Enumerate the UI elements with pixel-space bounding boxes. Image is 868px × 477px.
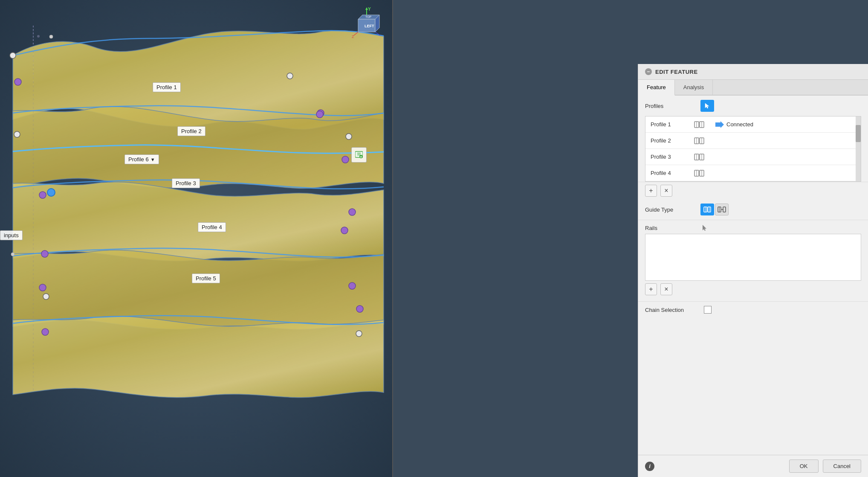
nav-cube[interactable]: Y LEFT TOP Z xyxy=(350,6,384,41)
svg-point-20 xyxy=(43,294,49,300)
profiles-select-button[interactable] xyxy=(700,100,714,112)
profile-2-name: Profile 2 xyxy=(651,137,693,144)
svg-point-4 xyxy=(287,73,293,79)
svg-text:Y: Y xyxy=(368,7,371,12)
svg-marker-48 xyxy=(715,121,724,128)
tab-feature[interactable]: Feature xyxy=(638,80,675,96)
profile4-label: Profile 4 xyxy=(198,222,226,232)
svg-point-17 xyxy=(349,282,356,289)
tab-analysis[interactable]: Analysis xyxy=(675,80,713,95)
svg-text:TOP: TOP xyxy=(365,15,372,18)
svg-marker-43 xyxy=(705,103,709,108)
rails-action-row: + × xyxy=(638,281,868,298)
profile-row-3[interactable]: Profile 3 xyxy=(645,149,861,165)
panel-collapse-icon[interactable]: − xyxy=(645,68,652,75)
svg-point-13 xyxy=(349,209,356,215)
svg-point-18 xyxy=(356,305,363,312)
edit-feature-panel: − EDIT FEATURE Feature Analysis Profiles xyxy=(638,64,868,477)
profile-1-icon xyxy=(693,120,705,129)
svg-point-11 xyxy=(47,189,55,196)
svg-point-19 xyxy=(356,331,362,337)
svg-point-8 xyxy=(316,111,323,118)
profile3-label: Profile 3 xyxy=(172,178,200,188)
profiles-label: Profiles xyxy=(645,103,700,109)
rails-cursor-icon xyxy=(700,224,709,232)
guide-type-connected-button[interactable] xyxy=(700,204,714,215)
guide-type-section: Guide Type xyxy=(638,199,868,220)
svg-point-23 xyxy=(11,253,14,256)
profile-3-icon xyxy=(693,152,705,162)
svg-line-42 xyxy=(375,32,380,35)
rails-remove-button[interactable]: × xyxy=(660,283,672,295)
connected-text: Connected xyxy=(726,121,753,128)
cancel-button[interactable]: Cancel xyxy=(823,460,861,473)
profile6-label[interactable]: Profile 6 ▼ xyxy=(124,154,159,164)
svg-text:Z: Z xyxy=(352,35,354,39)
panel-content: Profiles Profile 1 xyxy=(638,96,868,455)
profile5-label: Profile 5 xyxy=(192,273,220,283)
profile-2-icon xyxy=(693,136,705,145)
profiles-add-button[interactable]: + xyxy=(645,185,657,197)
svg-point-21 xyxy=(42,329,49,335)
profile-1-name: Profile 1 xyxy=(651,121,693,128)
rails-section-header: Rails xyxy=(638,220,868,234)
svg-point-14 xyxy=(341,227,348,234)
svg-marker-69 xyxy=(703,225,706,231)
profile-row-4[interactable]: Profile 4 xyxy=(645,165,861,181)
scrollbar-thumb[interactable] xyxy=(856,125,861,142)
profile-3-name: Profile 3 xyxy=(651,154,693,160)
guide-type-tangent-button[interactable] xyxy=(715,204,729,215)
svg-point-22 xyxy=(49,35,53,38)
profiles-table: Profile 1 Connected xyxy=(645,116,861,182)
profile-4-icon xyxy=(693,169,705,178)
svg-point-10 xyxy=(342,156,349,163)
profile-4-name: Profile 4 xyxy=(651,170,693,176)
svg-line-40 xyxy=(354,32,358,35)
3d-viewport[interactable]: Y Profile 1 Profile 2 Profile 6 ▼ Profil… xyxy=(0,0,392,477)
panel-header: − EDIT FEATURE xyxy=(638,64,868,80)
dropdown-arrow-icon: ▼ xyxy=(150,157,155,162)
svg-point-6 xyxy=(346,134,352,140)
panel-tabs: Feature Analysis xyxy=(638,80,868,96)
rails-add-button[interactable]: + xyxy=(645,283,657,295)
profile-row-2[interactable]: Profile 2 xyxy=(645,133,861,149)
profiles-scrollbar[interactable] xyxy=(856,116,861,181)
rails-empty-box xyxy=(645,234,861,281)
svg-point-12 xyxy=(39,192,46,198)
profiles-remove-button[interactable]: × xyxy=(660,185,672,197)
profile-row-1[interactable]: Profile 1 Connected xyxy=(645,116,861,133)
ok-button[interactable]: OK xyxy=(789,460,819,473)
chain-selection-checkbox[interactable] xyxy=(704,306,712,314)
profiles-action-row: + × xyxy=(638,182,868,199)
viewport-panel-divider xyxy=(392,0,393,477)
svg-text:LEFT: LEFT xyxy=(365,24,374,28)
rails-label: Rails xyxy=(645,225,700,231)
svg-text:+: + xyxy=(360,155,362,159)
chain-selection-label: Chain Selection xyxy=(645,307,700,313)
guide-type-buttons xyxy=(700,204,729,215)
chain-selection-row: Chain Selection xyxy=(638,301,868,318)
svg-point-15 xyxy=(41,250,48,257)
viewport-add-button[interactable]: + xyxy=(351,147,367,163)
inputs-label: inputs xyxy=(0,230,23,240)
panel-title: EDIT FEATURE xyxy=(655,69,698,75)
svg-point-9 xyxy=(14,131,20,137)
svg-point-1 xyxy=(37,35,40,38)
guide-type-label: Guide Type xyxy=(645,207,700,213)
svg-point-7 xyxy=(14,79,21,85)
panel-footer: i OK Cancel xyxy=(638,455,868,477)
profile1-label: Profile 1 xyxy=(153,82,181,92)
svg-point-3 xyxy=(10,52,16,58)
profile2-label: Profile 2 xyxy=(177,126,205,136)
profiles-row: Profiles xyxy=(638,96,868,116)
connected-badge: Connected xyxy=(715,121,753,128)
svg-point-16 xyxy=(39,284,46,291)
info-icon[interactable]: i xyxy=(645,462,654,471)
